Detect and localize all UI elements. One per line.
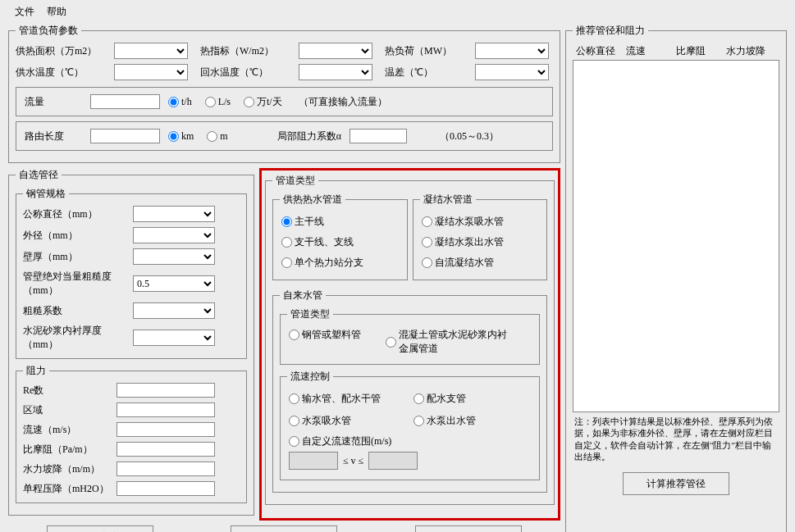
roughness-label: 管壁绝对当量粗糙度（mm） — [23, 270, 130, 298]
dn-label: 公称直径（mm） — [23, 207, 130, 221]
clear-button[interactable]: 清空 — [231, 525, 337, 532]
tap-water-group: 自来水管 管道类型 钢管或塑料管 混凝土管或水泥砂浆内衬金属管道 流速控制 输水 — [272, 289, 547, 493]
zone-input[interactable] — [117, 402, 215, 417]
return-temp-label: 回水温度（℃） — [200, 66, 290, 80]
steel-spec-group: 钢管规格 公称直径（mm） 外径（mm） 壁厚（mm） 管壁绝对当量粗糙度（mm… — [16, 187, 247, 359]
flow-unit-th[interactable]: t/h — [168, 96, 192, 108]
heat-index-combo[interactable] — [299, 43, 372, 59]
custom-min-input[interactable] — [289, 452, 338, 470]
cond-discharge[interactable]: 凝结水泵出水管 — [422, 235, 531, 249]
rec-col-dn: 公称直径 — [576, 44, 626, 58]
flow-label: 流量 — [25, 95, 82, 109]
rec-col-fric: 比摩阻 — [676, 44, 726, 58]
flow-ctrl-legend: 流速控制 — [287, 370, 333, 384]
tap-concrete[interactable]: 混凝土管或水泥砂浆内衬金属管道 — [386, 328, 509, 356]
re-input[interactable] — [117, 383, 215, 398]
heat-area-combo[interactable] — [114, 43, 188, 59]
range-mid-label: ≤ v ≤ — [343, 455, 363, 467]
condensate-group: 凝结水管道 凝结水泵吸水管 凝结水泵出水管 自流凝结水管 — [413, 193, 548, 280]
resistance-legend: 阻力 — [23, 364, 49, 378]
cond-suction[interactable]: 凝结水泵吸水管 — [422, 215, 531, 229]
flow-unit-ls[interactable]: L/s — [205, 96, 231, 108]
velocity-input[interactable] — [117, 422, 215, 437]
friction-label: 比摩阻（Pa/m） — [23, 443, 113, 457]
menu-help[interactable]: 帮助 — [47, 6, 66, 17]
supply-temp-label: 供水温度（℃） — [16, 66, 106, 80]
hot-single[interactable]: 单个热力站分支 — [281, 256, 391, 270]
flow-box: 流量 t/h L/s 万t/天 （可直接输入流量） — [16, 87, 553, 116]
pipe-type-legend: 管道类型 — [272, 174, 318, 188]
rec-col-grad: 水力坡降 — [726, 44, 776, 58]
recommend-legend: 推荐管径和阻力 — [573, 24, 648, 38]
thick-combo[interactable] — [133, 248, 215, 265]
dn-combo[interactable] — [133, 206, 215, 222]
hyd-grad-label: 水力坡降（m/m） — [23, 462, 113, 476]
exit-button[interactable]: 退出 — [415, 525, 522, 532]
calc-recommend-button[interactable]: 计算推荐管径 — [623, 472, 729, 495]
cond-gravity[interactable]: 自流凝结水管 — [422, 256, 531, 270]
fc-custom[interactable]: 自定义流速范围(m/s) — [289, 434, 523, 448]
hot-water-group: 供热热水管道 主干线 支干线、支线 单个热力站分支 — [272, 193, 408, 280]
cement-thick-label: 水泥砂浆内衬厚度（mm） — [23, 324, 130, 352]
fc-pump-suction[interactable]: 水泵吸水管 — [289, 414, 399, 428]
pipe-type-highlight: 管道类型 供热热水管道 主干线 支干线、支线 单个热力站分支 凝结水管道 — [259, 168, 560, 521]
velocity-label: 流速（m/s） — [23, 423, 113, 437]
single-drop-label: 单程压降（mH2O） — [23, 482, 113, 496]
supply-temp-combo[interactable] — [114, 64, 188, 80]
rough-coef-combo[interactable] — [133, 302, 215, 319]
thick-label: 壁厚（mm） — [23, 250, 130, 264]
heat-index-label: 热指标（W/m2） — [200, 44, 290, 58]
load-params-legend: 管道负荷参数 — [16, 24, 81, 38]
single-drop-input[interactable] — [117, 481, 215, 496]
local-res-input[interactable] — [350, 129, 407, 143]
hot-water-legend: 供热热水管道 — [280, 193, 345, 207]
condensate-legend: 凝结水管道 — [420, 193, 476, 207]
route-box: 路由长度 km m 局部阻力系数α （0.05～0.3） — [16, 121, 553, 151]
rec-col-vel: 流速 — [626, 44, 676, 58]
fc-dist-branch[interactable]: 配水支管 — [413, 392, 523, 406]
hyd-grad-input[interactable] — [117, 462, 215, 476]
recommend-note: 注：列表中计算结果是以标准外径、壁厚系列为依据，如果为非标准外径、壁厚，请在左侧… — [573, 412, 779, 466]
recommend-header: 公称直径 流速 比摩阻 水力坡降 — [573, 43, 779, 60]
tap-type-legend: 管道类型 — [287, 307, 333, 321]
tap-steel-plastic[interactable]: 钢管或塑料管 — [289, 328, 361, 342]
route-len-input[interactable] — [90, 129, 160, 143]
custom-max-input[interactable] — [368, 452, 418, 470]
roughness-combo[interactable]: 0.5 — [133, 275, 215, 292]
od-label: 外径（mm） — [23, 229, 130, 243]
self-pipe-group: 自选管径 钢管规格 公称直径（mm） 外径（mm） 壁厚（mm） 管壁绝对当量粗… — [8, 168, 254, 516]
self-pipe-legend: 自选管径 — [16, 168, 62, 182]
flow-unit-wtd[interactable]: 万t/天 — [244, 95, 282, 109]
hot-main[interactable]: 主干线 — [281, 215, 391, 229]
od-combo[interactable] — [133, 227, 215, 243]
heat-load-combo[interactable] — [475, 43, 549, 59]
steel-spec-legend: 钢管规格 — [23, 187, 69, 201]
fc-delivery[interactable]: 输水管、配水干管 — [289, 392, 399, 406]
temp-diff-label: 温差（℃） — [385, 66, 467, 80]
resistance-group: 阻力 Re数 区域 流速（m/s） 比摩阻（Pa/m） 水力坡降（m/m） — [16, 364, 247, 503]
tap-water-legend: 自来水管 — [280, 289, 326, 302]
re-label: Re数 — [23, 384, 113, 398]
pipe-type-group: 管道类型 供热热水管道 主干线 支干线、支线 单个热力站分支 凝结水管道 — [265, 174, 555, 505]
recommend-list[interactable] — [573, 60, 779, 412]
heat-load-label: 热负荷（MW） — [385, 44, 467, 58]
friction-input[interactable] — [117, 442, 215, 457]
hot-branch[interactable]: 支干线、支线 — [281, 235, 391, 249]
menu-bar: 文件 帮助 — [0, 0, 795, 24]
menu-file[interactable]: 文件 — [15, 6, 34, 17]
last-scheme-button[interactable]: 上次方案 — [47, 525, 153, 532]
flow-ctrl-group: 流速控制 输水管、配水干管 配水支管 水泵吸水管 水泵出水管 自定义流速范围(m… — [280, 370, 540, 480]
local-res-label: 局部阻力系数α — [277, 130, 341, 143]
flow-input[interactable] — [90, 94, 160, 109]
route-unit-m[interactable]: m — [207, 130, 227, 143]
fc-pump-discharge[interactable]: 水泵出水管 — [413, 414, 523, 428]
recommend-group: 推荐管径和阻力 公称直径 流速 比摩阻 水力坡降 注：列表中计算结果是以标准外径… — [565, 24, 787, 532]
tap-type-group: 管道类型 钢管或塑料管 混凝土管或水泥砂浆内衬金属管道 — [280, 307, 540, 365]
load-params-group: 管道负荷参数 供热面积（万m2） 热指标（W/m2） 热负荷（MW） 供水温度（… — [8, 24, 560, 163]
route-unit-km[interactable]: km — [168, 130, 194, 143]
return-temp-combo[interactable] — [299, 64, 372, 80]
cement-thick-combo[interactable] — [133, 330, 215, 346]
local-res-range: （0.05～0.3） — [440, 130, 499, 143]
zone-label: 区域 — [23, 403, 113, 417]
temp-diff-combo[interactable] — [475, 64, 549, 80]
